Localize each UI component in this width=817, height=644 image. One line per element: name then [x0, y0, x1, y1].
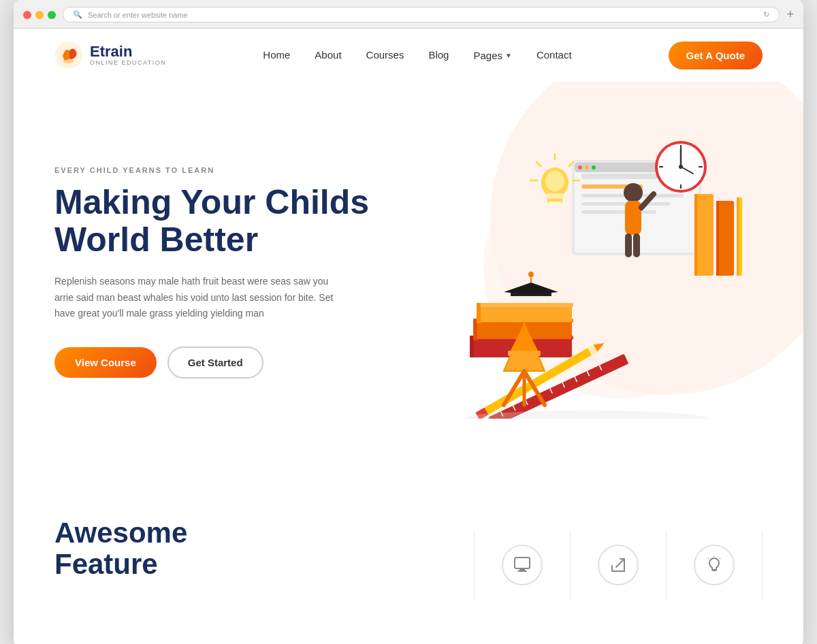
hero-section: EVERY CHILD YEARNS TO LEARN Making Your … — [14, 82, 803, 477]
svg-point-78 — [463, 410, 708, 419]
logo-icon — [54, 41, 83, 69]
feature-icon-monitor — [502, 545, 543, 585]
feature-item-2 — [570, 531, 666, 599]
hero-title: Making Your Childs World Better — [54, 184, 408, 259]
svg-rect-70 — [549, 202, 561, 205]
logo-area[interactable]: Etrain ONLINE EDUCATION — [54, 41, 166, 69]
svg-rect-22 — [477, 303, 481, 323]
svg-rect-80 — [519, 568, 525, 570]
svg-rect-43 — [508, 351, 541, 356]
nav-link-blog[interactable]: Blog — [428, 49, 449, 61]
get-started-button[interactable]: Get Started — [167, 347, 263, 379]
svg-point-26 — [528, 272, 534, 277]
svg-rect-75 — [716, 201, 719, 276]
navbar: Etrain ONLINE EDUCATION Home About Cours… — [14, 29, 803, 82]
hero-right-illustration — [408, 126, 763, 419]
hero-eyebrow: EVERY CHILD YEARNS TO LEARN — [54, 166, 408, 174]
lightbulb-icon — [705, 556, 723, 574]
svg-point-71 — [545, 171, 564, 191]
address-bar[interactable]: 🔍 Search or enter website name ↻ — [63, 7, 780, 22]
reload-icon[interactable]: ↻ — [763, 10, 769, 19]
hero-title-line2: World Better — [54, 221, 258, 259]
svg-line-85 — [708, 558, 709, 559]
features-title-line1: Awesome — [54, 517, 187, 549]
svg-rect-49 — [625, 201, 641, 235]
nav-link-pages[interactable]: Pages ▼ — [473, 50, 511, 61]
svg-rect-52 — [633, 234, 640, 257]
svg-point-1 — [63, 59, 74, 63]
svg-point-12 — [585, 165, 589, 170]
feature-item-3 — [666, 531, 763, 599]
svg-rect-77 — [737, 197, 739, 276]
nav-link-contact[interactable]: Contact — [536, 49, 572, 61]
svg-rect-9 — [581, 210, 656, 214]
svg-rect-72 — [694, 194, 714, 276]
features-title-line2: Feature — [54, 548, 158, 580]
browser-window: 🔍 Search or enter website name ↻ + Etrai… — [14, 0, 803, 644]
hero-illustration-svg — [429, 126, 742, 419]
close-button-dot[interactable] — [23, 11, 31, 19]
get-quote-button[interactable]: Get A Quote — [669, 42, 763, 69]
hero-buttons: View Course Get Started — [54, 347, 408, 379]
svg-line-86 — [720, 558, 720, 559]
svg-point-13 — [592, 165, 596, 170]
svg-rect-73 — [694, 194, 697, 276]
logo-name: Etrain — [90, 44, 166, 59]
feature-icon-export — [598, 545, 639, 585]
minimize-button-dot[interactable] — [35, 11, 44, 19]
export-icon — [609, 556, 627, 574]
logo-text-area: Etrain ONLINE EDUCATION — [90, 44, 166, 66]
chevron-down-icon: ▼ — [505, 52, 512, 59]
hero-title-line1: Making Your Childs — [54, 183, 369, 221]
nav-link-home[interactable]: Home — [263, 49, 290, 61]
hero-left-content: EVERY CHILD YEARNS TO LEARN Making Your … — [54, 166, 408, 379]
nav-link-about[interactable]: About — [315, 49, 341, 61]
svg-point-11 — [578, 165, 582, 170]
nav-item-about[interactable]: About — [315, 49, 341, 61]
browser-dots — [23, 11, 56, 19]
new-tab-button[interactable]: + — [786, 7, 794, 22]
features-section: Awesome Feature — [14, 477, 803, 644]
svg-rect-51 — [625, 234, 632, 257]
features-title: Awesome Feature — [54, 517, 187, 580]
svg-rect-83 — [712, 570, 716, 571]
nav-item-contact[interactable]: Contact — [536, 49, 572, 61]
maximize-button-dot[interactable] — [48, 11, 56, 19]
svg-rect-81 — [517, 570, 527, 572]
website-content: Etrain ONLINE EDUCATION Home About Cours… — [14, 29, 803, 644]
nav-item-courses[interactable]: Courses — [366, 49, 404, 61]
nav-links: Home About Courses Blog Pages ▼ — [263, 49, 571, 61]
nav-item-blog[interactable]: Blog — [428, 49, 449, 61]
address-placeholder: Search or enter website name — [88, 11, 188, 19]
svg-rect-5 — [581, 174, 663, 179]
hero-description: Replenish seasons may male hath fruit be… — [54, 274, 340, 322]
nav-item-home[interactable]: Home — [263, 49, 290, 61]
nav-link-courses[interactable]: Courses — [366, 49, 404, 61]
svg-rect-79 — [515, 558, 530, 568]
nav-item-pages[interactable]: Pages ▼ — [473, 50, 511, 61]
feature-icon-lightbulb — [694, 545, 735, 585]
svg-line-82 — [616, 559, 624, 567]
logo-subtitle: ONLINE EDUCATION — [90, 59, 166, 66]
feature-item-1 — [474, 531, 570, 599]
svg-point-48 — [624, 183, 643, 202]
search-icon: 🔍 — [73, 10, 82, 19]
browser-chrome: 🔍 Search or enter website name ↻ + — [14, 0, 803, 29]
monitor-icon — [513, 556, 531, 574]
view-course-button[interactable]: View Course — [54, 347, 157, 378]
svg-rect-21 — [478, 303, 573, 307]
